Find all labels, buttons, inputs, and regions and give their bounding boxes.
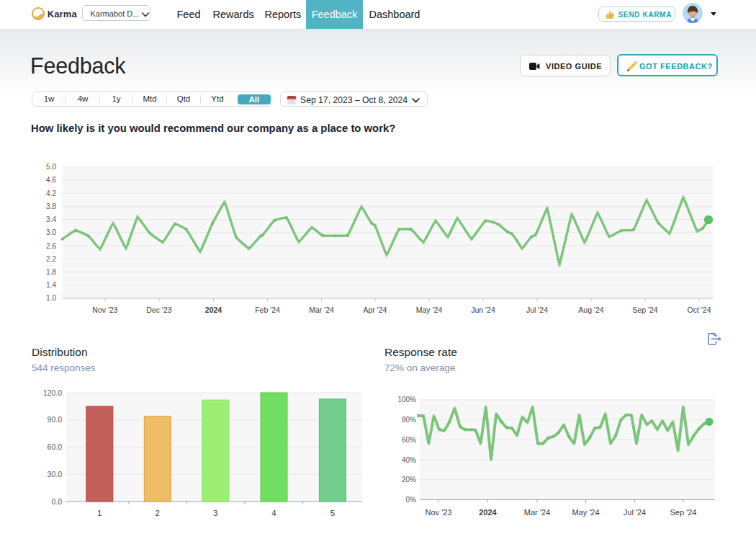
svg-text:4: 4 (271, 509, 276, 517)
svg-text:60.0: 60.0 (48, 442, 63, 451)
svg-text:2024: 2024 (479, 508, 497, 517)
svg-text:1.8: 1.8 (46, 268, 56, 276)
svg-text:5.0: 5.0 (46, 163, 56, 171)
svg-text:Nov '23: Nov '23 (426, 508, 452, 517)
svg-text:Jun '24: Jun '24 (471, 306, 495, 314)
svg-text:May '24: May '24 (572, 508, 599, 517)
svg-text:40%: 40% (402, 456, 416, 464)
svg-text:Apr '24: Apr '24 (364, 306, 387, 314)
svg-text:Sep '24: Sep '24 (670, 508, 697, 517)
svg-text:Aug '24: Aug '24 (578, 306, 603, 314)
svg-text:Mar '24: Mar '24 (309, 306, 334, 314)
svg-text:Jul '24: Jul '24 (624, 508, 646, 517)
svg-text:2.2: 2.2 (46, 255, 56, 263)
svg-text:5: 5 (330, 509, 335, 517)
svg-text:60%: 60% (402, 436, 416, 444)
svg-text:0.0: 0.0 (51, 497, 62, 506)
svg-text:0%: 0% (406, 496, 417, 504)
svg-text:2024: 2024 (205, 306, 222, 314)
svg-text:2: 2 (156, 509, 160, 517)
svg-text:Jul '24: Jul '24 (526, 306, 548, 314)
svg-text:Dec '23: Dec '23 (146, 306, 171, 314)
svg-text:90.0: 90.0 (48, 415, 63, 424)
svg-text:Sep '24: Sep '24 (632, 306, 657, 314)
svg-text:4.2: 4.2 (46, 190, 56, 197)
svg-text:Feb '24: Feb '24 (255, 306, 280, 314)
svg-text:2.6: 2.6 (46, 242, 56, 250)
svg-text:Mar '24: Mar '24 (524, 508, 550, 517)
svg-text:May '24: May '24 (416, 306, 443, 314)
svg-text:120.0: 120.0 (43, 388, 62, 397)
svg-text:1.4: 1.4 (46, 281, 56, 289)
svg-text:1.0: 1.0 (46, 294, 56, 302)
svg-text:3.0: 3.0 (46, 228, 56, 236)
svg-text:100%: 100% (397, 396, 416, 404)
svg-text:3: 3 (213, 509, 217, 517)
svg-text:20%: 20% (402, 476, 416, 484)
svg-text:4.6: 4.6 (46, 176, 56, 184)
svg-text:3.4: 3.4 (46, 215, 56, 223)
svg-text:3.8: 3.8 (46, 202, 56, 210)
svg-text:1: 1 (97, 509, 102, 517)
svg-text:80%: 80% (402, 416, 416, 424)
svg-text:30.0: 30.0 (48, 470, 63, 478)
svg-text:Oct '24: Oct '24 (688, 306, 711, 314)
svg-text:Nov '23: Nov '23 (92, 306, 117, 314)
